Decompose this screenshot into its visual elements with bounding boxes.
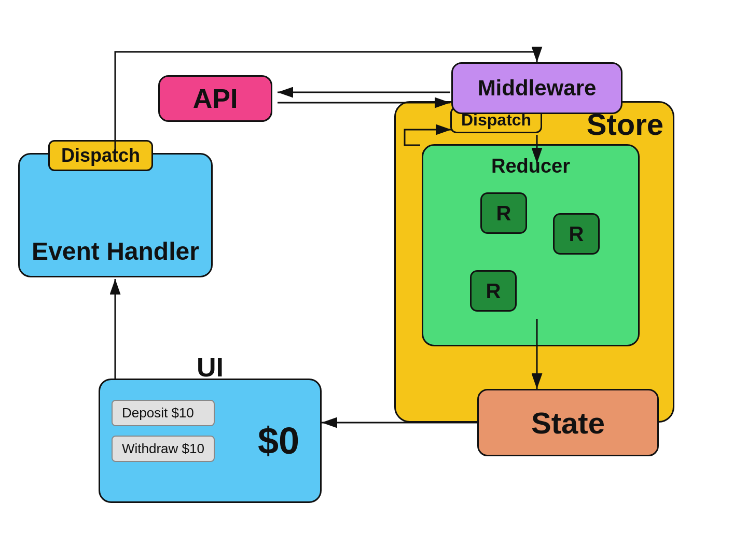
reducer-label: Reducer xyxy=(491,155,570,177)
r-box-1: R xyxy=(480,192,527,234)
ui-label: UI xyxy=(197,352,224,383)
diagram: Store Dispatch Reducer R R R API Middlew… xyxy=(0,0,747,560)
r-box-3: R xyxy=(470,270,517,312)
store-box: Store Dispatch Reducer R R R xyxy=(394,101,674,423)
middleware-label: Middleware xyxy=(478,76,597,101)
ui-box: UI Deposit $10 Withdraw $10 $0 xyxy=(99,379,322,503)
event-handler-box: Dispatch Event Handler xyxy=(18,153,213,277)
event-handler-label: Event Handler xyxy=(32,237,199,265)
api-box: API xyxy=(158,75,272,122)
state-box: State xyxy=(477,389,659,456)
middleware-box: Middleware xyxy=(451,62,622,114)
api-label: API xyxy=(193,83,238,114)
reducer-box: Reducer R R R xyxy=(422,144,640,346)
withdraw-button[interactable]: Withdraw $10 xyxy=(112,436,215,462)
ui-buttons: Deposit $10 Withdraw $10 xyxy=(112,400,215,462)
dispatch-badge-eh: Dispatch xyxy=(48,140,153,171)
state-label: State xyxy=(531,405,605,440)
r-box-2: R xyxy=(553,213,600,255)
deposit-button[interactable]: Deposit $10 xyxy=(112,400,215,426)
dollar-label: $0 xyxy=(258,419,299,462)
